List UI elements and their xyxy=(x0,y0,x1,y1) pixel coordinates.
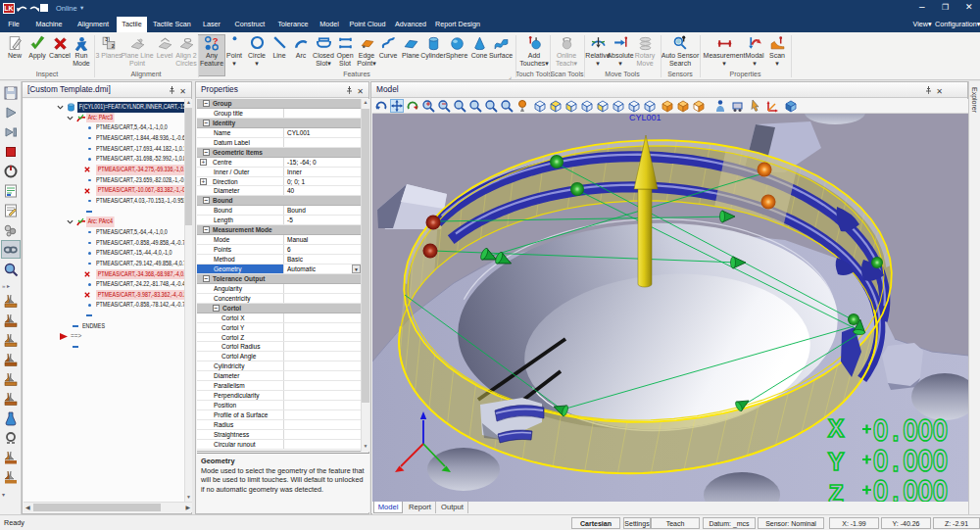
svg-text:?: ? xyxy=(212,35,218,46)
svg-text:CYL001: CYL001 xyxy=(629,114,662,122)
svg-text:Z: Z xyxy=(828,481,844,502)
svg-text:O.OOO: O.OOO xyxy=(873,474,948,502)
svg-text:2: 2 xyxy=(111,43,114,49)
svg-text:LK: LK xyxy=(4,5,13,12)
svg-text:X: X xyxy=(828,415,845,445)
svg-text:3: 3 xyxy=(105,36,108,42)
svg-text:Y: Y xyxy=(828,449,845,478)
